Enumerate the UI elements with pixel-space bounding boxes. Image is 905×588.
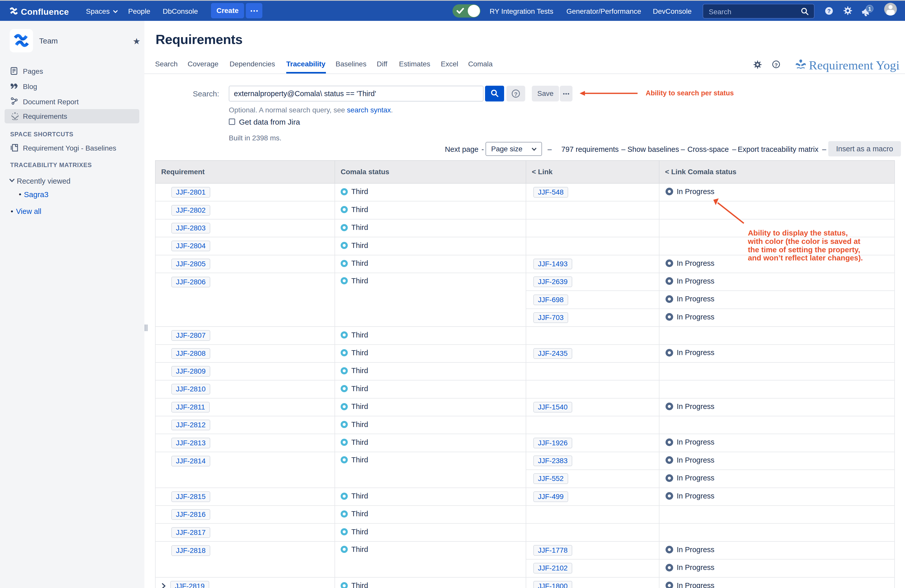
svg-text:1: 1 [868,6,871,12]
